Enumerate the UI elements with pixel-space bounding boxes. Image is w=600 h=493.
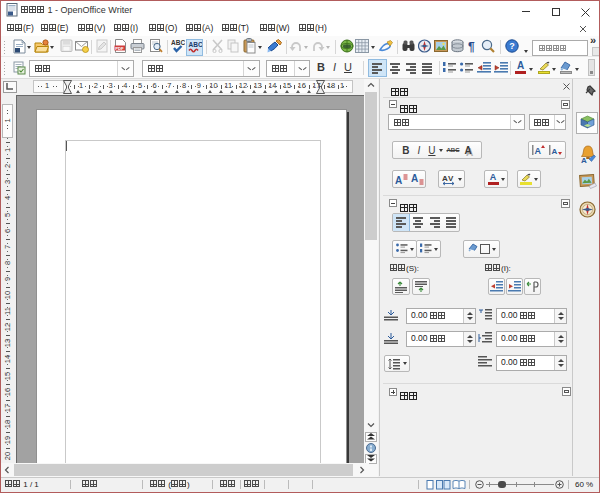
svg-text:A: A [581, 156, 587, 164]
svg-text:A: A [411, 173, 418, 184]
svg-text:A: A [535, 146, 542, 156]
svg-text:A: A [552, 147, 558, 156]
svg-text:ABC: ABC [171, 39, 185, 46]
svg-text:PDF: PDF [115, 46, 124, 51]
svg-text:V: V [448, 174, 454, 183]
svg-text:?: ? [509, 41, 515, 51]
svg-text:ABC: ABC [189, 41, 203, 48]
svg-text:A: A [395, 175, 402, 186]
